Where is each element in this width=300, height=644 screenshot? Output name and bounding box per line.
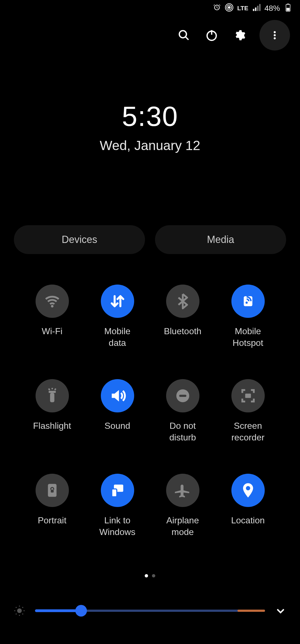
qs-tile-location[interactable]: Location xyxy=(215,474,281,538)
wifi-icon xyxy=(36,285,69,318)
page-indicator xyxy=(0,574,300,577)
svg-rect-5 xyxy=(287,4,289,4)
svg-rect-22 xyxy=(179,395,186,397)
qs-tile-label: Flashlight xyxy=(33,420,71,432)
brightness-thumb[interactable] xyxy=(75,605,87,617)
brightness-icon xyxy=(14,605,25,616)
battery-percent: 48% xyxy=(264,4,280,13)
qs-tile-hotspot[interactable]: Mobile Hotspot xyxy=(215,285,281,349)
qs-tile-label: Bluetooth xyxy=(164,326,201,337)
svg-line-7 xyxy=(186,37,189,40)
settings-button[interactable] xyxy=(232,27,247,43)
flashlight-icon xyxy=(36,379,69,412)
svg-point-11 xyxy=(274,34,276,36)
brightness-expand-button[interactable] xyxy=(275,605,286,616)
airplane-icon xyxy=(166,474,199,507)
clock-time: 5:30 xyxy=(0,100,300,132)
battery-icon xyxy=(284,3,292,14)
clock-area: 5:30 Wed, January 12 xyxy=(0,100,300,153)
qs-tile-label: Sound xyxy=(104,420,130,432)
svg-line-31 xyxy=(16,607,16,608)
svg-rect-4 xyxy=(286,8,289,11)
qs-tile-flash[interactable]: Flashlight xyxy=(19,379,85,443)
more-button[interactable] xyxy=(259,20,290,50)
qs-tile-portrait[interactable]: Portrait xyxy=(19,474,85,538)
qs-tile-label: Wi-Fi xyxy=(42,326,62,337)
svg-line-20 xyxy=(55,389,56,390)
more-vertical-icon xyxy=(269,30,280,40)
media-panel-button[interactable]: Media xyxy=(155,225,286,254)
network-type: LTE xyxy=(237,5,248,12)
qs-tile-mdata[interactable]: Mobile data xyxy=(85,285,150,349)
qs-tile-label: Portrait xyxy=(38,515,66,526)
clock-date: Wed, January 12 xyxy=(0,138,300,153)
qs-tile-label: Location xyxy=(231,515,265,526)
svg-point-0 xyxy=(228,6,230,9)
search-icon xyxy=(178,29,190,41)
search-button[interactable] xyxy=(176,27,192,43)
speaker-icon xyxy=(101,379,134,412)
qs-tile-label: Screen recorder xyxy=(231,420,264,443)
svg-point-28 xyxy=(17,608,22,613)
svg-point-6 xyxy=(179,31,187,38)
media-panel-label: Media xyxy=(207,234,234,245)
devices-panel-label: Devices xyxy=(62,234,97,245)
screen-record-icon xyxy=(231,379,265,412)
brightness-slider[interactable] xyxy=(35,605,265,616)
page-dot[interactable] xyxy=(145,574,148,577)
quick-settings-grid: Wi-FiMobile dataBluetoothMobile HotspotF… xyxy=(0,285,300,538)
qs-tile-srec[interactable]: Screen recorder xyxy=(215,379,281,443)
notifications-area xyxy=(0,616,300,644)
svg-rect-23 xyxy=(245,394,251,398)
qs-tile-airplane[interactable]: Airplane mode xyxy=(150,474,215,538)
svg-point-10 xyxy=(274,31,276,33)
power-icon xyxy=(206,29,218,41)
power-button[interactable] xyxy=(204,27,219,43)
qs-tile-bt[interactable]: Bluetooth xyxy=(150,285,215,349)
svg-line-35 xyxy=(16,613,16,614)
qs-tile-label: Link to Windows xyxy=(99,515,136,538)
svg-rect-25 xyxy=(51,490,53,493)
page-dot[interactable] xyxy=(152,574,155,577)
svg-rect-16 xyxy=(50,393,54,402)
dnd-icon xyxy=(166,379,199,412)
svg-rect-27 xyxy=(112,489,117,497)
data-arrows-icon xyxy=(101,285,134,318)
svg-point-12 xyxy=(274,37,276,39)
smart-panel-row: Devices Media xyxy=(0,225,300,254)
portrait-lock-icon xyxy=(36,474,69,507)
brightness-track-fill xyxy=(35,609,81,612)
qs-tile-label: Mobile Hotspot xyxy=(232,326,263,349)
qs-tile-wifi[interactable]: Wi-Fi xyxy=(19,285,85,349)
alarm-icon xyxy=(213,3,221,14)
bluetooth-icon xyxy=(166,285,199,318)
signal-icon xyxy=(252,3,261,14)
location-icon xyxy=(231,474,265,507)
hotspot-status-icon xyxy=(225,3,233,14)
svg-point-15 xyxy=(245,301,248,304)
gear-icon xyxy=(233,29,246,41)
svg-line-32 xyxy=(22,613,23,614)
qs-tile-dnd[interactable]: Do not disturb xyxy=(150,379,215,443)
qs-tile-label: Do not disturb xyxy=(169,420,196,443)
svg-point-13 xyxy=(51,305,53,307)
brightness-row xyxy=(0,605,300,616)
svg-line-19 xyxy=(49,389,50,390)
qs-tile-label: Mobile data xyxy=(104,326,130,349)
qs-tile-link[interactable]: Link to Windows xyxy=(85,474,150,538)
svg-line-36 xyxy=(22,607,23,608)
svg-rect-17 xyxy=(49,391,56,393)
qs-tile-label: Airplane mode xyxy=(166,515,199,538)
brightness-track-warn xyxy=(238,610,265,612)
qs-tile-sound[interactable]: Sound xyxy=(85,379,150,443)
chevron-down-icon xyxy=(275,605,286,616)
link-windows-icon xyxy=(101,474,134,507)
hotspot-icon xyxy=(231,285,265,318)
devices-panel-button[interactable]: Devices xyxy=(14,225,145,254)
panel-actions xyxy=(0,17,300,50)
status-bar: LTE 48% xyxy=(0,0,300,17)
